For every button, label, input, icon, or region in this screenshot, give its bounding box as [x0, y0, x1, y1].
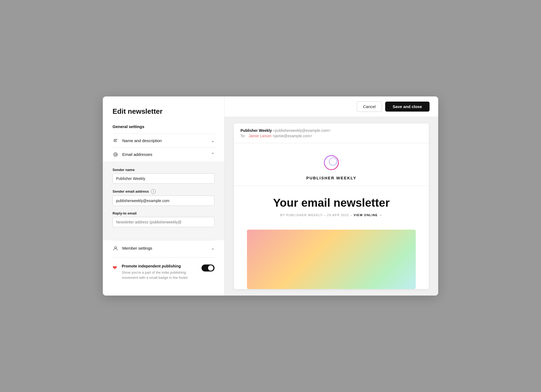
email-to-name: Jamie Larson — [249, 134, 271, 138]
email-to-addr: <jamie@example.com> — [272, 134, 312, 138]
heart-icon: ❤ — [113, 264, 118, 271]
reply-to-field: Reply-to email — [113, 211, 215, 227]
left-panel: Edit newsletter General settings Name an… — [103, 96, 225, 296]
sender-name-label: Sender name — [113, 168, 215, 172]
promote-section: ❤ Promote independent publishing Show yo… — [113, 257, 215, 280]
email-main-title: Your email newsletter — [247, 197, 416, 209]
svg-point-7 — [324, 156, 338, 170]
sender-name-input[interactable] — [113, 173, 215, 184]
general-settings-heading: General settings — [113, 124, 215, 129]
svg-point-8 — [329, 158, 337, 165]
save-close-button[interactable]: Save and close — [385, 102, 430, 112]
email-from-line: Publisher Weekly <publisherweekly@exampl… — [240, 128, 422, 133]
person-icon — [113, 245, 118, 251]
at-icon — [113, 152, 118, 158]
sender-email-label: Sender email address i — [113, 189, 215, 194]
accordion-name-description[interactable]: Name and description ⌄ — [113, 134, 215, 148]
member-settings-label: Member settings — [122, 246, 152, 250]
promote-title: Promote independent publishing — [122, 264, 198, 268]
email-from-addr: <publisherweekly@example.com> — [273, 128, 331, 133]
email-content-section: Your email newsletter BY PUBLISHER WEEKL… — [234, 186, 429, 225]
email-image-placeholder — [247, 230, 416, 289]
reply-to-label: Reply-to email — [113, 211, 215, 215]
email-body: PUBLISHER WEEKLY Your email newsletter B… — [234, 143, 429, 289]
email-to-line: To: Jamie Larson <jamie@example.com> — [240, 134, 422, 138]
chevron-down-icon-member: ⌄ — [211, 246, 215, 251]
info-icon[interactable]: i — [151, 189, 156, 194]
accordion-email-addresses[interactable]: Email addresses ⌃ — [113, 148, 215, 161]
gradient-image — [247, 230, 416, 289]
svg-rect-0 — [114, 139, 117, 140]
edit-newsletter-modal: Edit newsletter General settings Name an… — [103, 96, 438, 296]
sender-email-input[interactable] — [113, 196, 215, 206]
logo-circle — [323, 154, 340, 171]
reply-to-input[interactable] — [113, 217, 215, 227]
chevron-down-icon: ⌄ — [211, 138, 215, 143]
accordion-label-email: Email addresses — [122, 152, 152, 157]
promote-description: Show you're a part of the indie publishi… — [122, 270, 198, 280]
accordion-label-name: Name and description — [122, 138, 162, 143]
email-from-name: Publisher Weekly — [240, 128, 272, 133]
text-icon — [113, 138, 118, 144]
svg-point-4 — [115, 154, 116, 155]
modal-title: Edit newsletter — [113, 107, 215, 116]
sender-name-field: Sender name — [113, 168, 215, 184]
right-panel: Cancel Save and close Publisher Weekly <… — [225, 96, 438, 296]
svg-rect-2 — [114, 141, 117, 142]
email-logo-section: PUBLISHER WEEKLY — [234, 143, 429, 186]
email-preview: Publisher Weekly <publisherweekly@exampl… — [234, 123, 429, 289]
svg-point-6 — [115, 246, 117, 248]
newsletter-brand: PUBLISHER WEEKLY — [240, 176, 422, 180]
email-addresses-expanded: Sender name Sender email address i Reply… — [103, 161, 224, 240]
promote-toggle[interactable] — [202, 264, 215, 272]
sender-email-field: Sender email address i — [113, 189, 215, 206]
toggle-knob — [208, 265, 213, 271]
email-meta: BY PUBLISHER WEEKLY – 29 APR 2022 – VIEW… — [247, 213, 416, 217]
email-to-label: To: — [240, 134, 246, 138]
svg-rect-1 — [114, 140, 116, 141]
email-preview-wrapper: Publisher Weekly <publisherweekly@exampl… — [225, 117, 438, 296]
cancel-button[interactable]: Cancel — [357, 101, 382, 112]
view-online-link[interactable]: VIEW ONLINE → — [354, 213, 382, 217]
right-header: Cancel Save and close — [225, 96, 438, 117]
chevron-up-icon: ⌃ — [211, 152, 215, 157]
email-header-bar: Publisher Weekly <publisherweekly@exampl… — [234, 123, 429, 143]
accordion-member-settings[interactable]: Member settings ⌄ — [113, 240, 215, 256]
